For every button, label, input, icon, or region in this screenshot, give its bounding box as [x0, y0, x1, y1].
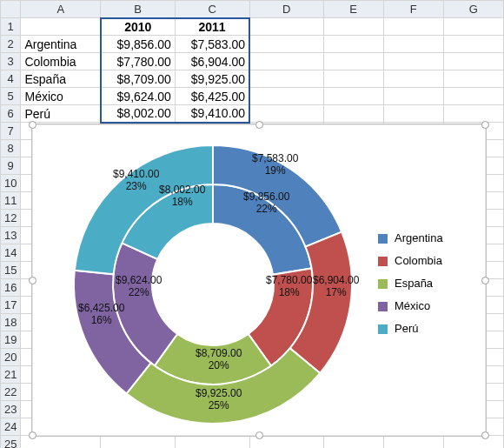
- cell[interactable]: [323, 18, 383, 36]
- row-header[interactable]: 17: [1, 297, 21, 314]
- table-row[interactable]: 6 Perú $8,002.00 $9,410.00: [1, 105, 504, 123]
- row-header[interactable]: 4: [1, 70, 21, 88]
- cell[interactable]: $8,002.00: [101, 105, 176, 123]
- legend-label: Colombia: [395, 250, 442, 272]
- legend-swatch: [378, 279, 388, 289]
- legend-label: Perú: [395, 318, 418, 340]
- row-header[interactable]: 19: [1, 331, 21, 349]
- row-header[interactable]: 1: [1, 18, 21, 36]
- cell[interactable]: [383, 88, 443, 105]
- cell[interactable]: [443, 88, 503, 105]
- cell[interactable]: 2011: [175, 18, 249, 36]
- col-header-C[interactable]: C: [175, 1, 249, 18]
- row-header[interactable]: 20: [1, 349, 21, 366]
- legend-swatch: [378, 302, 388, 311]
- cell[interactable]: $7,780.00: [101, 53, 176, 70]
- cell[interactable]: [323, 105, 383, 123]
- doughnut-plot: $7,583.0019% $9,856.0022% $6,904.0017% $…: [65, 137, 361, 432]
- cell[interactable]: [249, 18, 323, 36]
- cell[interactable]: [323, 88, 383, 105]
- data-label: $6,425.0016%: [78, 302, 124, 326]
- row-header[interactable]: 10: [1, 175, 21, 192]
- legend-item: Colombia: [378, 250, 474, 272]
- row-header[interactable]: 22: [1, 384, 21, 401]
- cell[interactable]: $6,425.00: [175, 88, 249, 105]
- row-header[interactable]: 5: [1, 88, 21, 105]
- row-header[interactable]: 21: [1, 366, 21, 384]
- cell[interactable]: $9,624.00: [101, 88, 176, 105]
- cell[interactable]: [443, 105, 503, 123]
- legend-item: México: [378, 295, 474, 318]
- cell[interactable]: [443, 70, 503, 88]
- chart-legend: Argentina Colombia España México Perú: [378, 227, 474, 340]
- table-row[interactable]: 4 España $8,709.00 $9,925.00: [1, 70, 504, 88]
- row-header[interactable]: 15: [1, 262, 21, 279]
- col-header-E[interactable]: E: [323, 1, 383, 18]
- cell[interactable]: [323, 70, 383, 88]
- row-header[interactable]: 6: [1, 105, 21, 123]
- table-row[interactable]: 1 2010 2011: [1, 18, 504, 36]
- cell[interactable]: [443, 53, 503, 70]
- data-label: $8,709.0020%: [196, 347, 242, 371]
- cell[interactable]: Perú: [21, 105, 101, 123]
- cell[interactable]: [383, 18, 443, 36]
- legend-swatch: [378, 234, 388, 244]
- cell[interactable]: $8,709.00: [101, 70, 176, 88]
- cell[interactable]: $9,410.00: [175, 105, 249, 123]
- row-header[interactable]: 9: [1, 157, 21, 175]
- cell[interactable]: Colombia: [21, 53, 101, 70]
- select-all-corner[interactable]: [1, 1, 21, 18]
- row-header[interactable]: 8: [1, 140, 21, 157]
- col-header-F[interactable]: F: [383, 1, 443, 18]
- col-header-A[interactable]: A: [21, 1, 101, 18]
- cell[interactable]: España: [21, 70, 101, 88]
- row-header[interactable]: 18: [1, 314, 21, 331]
- row-header[interactable]: 23: [1, 401, 21, 418]
- data-label: $9,856.0022%: [243, 191, 289, 215]
- row-header[interactable]: 16: [1, 279, 21, 297]
- cell[interactable]: $6,904.00: [175, 53, 249, 70]
- cell[interactable]: [21, 18, 101, 36]
- cell[interactable]: [249, 70, 323, 88]
- table-row[interactable]: 3 Colombia $7,780.00 $6,904.00: [1, 53, 504, 70]
- data-label: $9,925.0025%: [196, 387, 242, 411]
- row-header[interactable]: 24: [1, 418, 21, 436]
- cell[interactable]: [249, 105, 323, 123]
- legend-swatch: [378, 324, 388, 334]
- row-header[interactable]: 11: [1, 192, 21, 210]
- column-header-row[interactable]: A B C D E F G: [1, 1, 504, 18]
- cell[interactable]: $9,856.00: [101, 36, 176, 53]
- cell[interactable]: $7,583.00: [175, 36, 249, 53]
- table-row[interactable]: 2 Argentina $9,856.00 $7,583.00: [1, 36, 504, 53]
- row-header[interactable]: 2: [1, 36, 21, 53]
- cell[interactable]: [249, 53, 323, 70]
- cell[interactable]: $9,925.00: [175, 70, 249, 88]
- cell[interactable]: [383, 53, 443, 70]
- row-header[interactable]: 12: [1, 210, 21, 227]
- cell[interactable]: [323, 36, 383, 53]
- chart-object[interactable]: $7,583.0019% $9,856.0022% $6,904.0017% $…: [31, 124, 487, 437]
- row-header[interactable]: 7: [1, 123, 21, 140]
- table-row[interactable]: 5 México $9,624.00 $6,425.00: [1, 88, 504, 105]
- row-header[interactable]: 13: [1, 227, 21, 244]
- row-header[interactable]: 3: [1, 53, 21, 70]
- cell[interactable]: [383, 70, 443, 88]
- cell[interactable]: [443, 18, 503, 36]
- row-header[interactable]: 14: [1, 244, 21, 262]
- cell[interactable]: 2010: [101, 18, 176, 36]
- cell[interactable]: [323, 53, 383, 70]
- spreadsheet-window: A B C D E F G 1 2010 2011 2 Argentina $9…: [0, 0, 504, 448]
- cell[interactable]: [383, 105, 443, 123]
- cell[interactable]: Argentina: [21, 36, 101, 53]
- col-header-D[interactable]: D: [249, 1, 323, 18]
- chart-area: $7,583.0019% $9,856.0022% $6,904.0017% $…: [39, 131, 479, 429]
- cell[interactable]: [443, 36, 503, 53]
- col-header-B[interactable]: B: [101, 1, 176, 18]
- legend-item: Perú: [378, 318, 474, 340]
- cell[interactable]: [249, 88, 323, 105]
- col-header-G[interactable]: G: [443, 1, 503, 18]
- cell[interactable]: [383, 36, 443, 53]
- row-header[interactable]: 25: [1, 436, 21, 449]
- cell[interactable]: [249, 36, 323, 53]
- cell[interactable]: México: [21, 88, 101, 105]
